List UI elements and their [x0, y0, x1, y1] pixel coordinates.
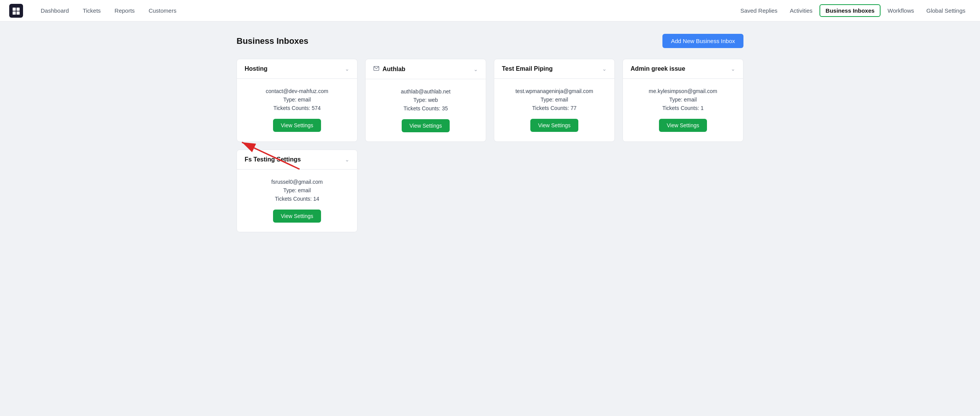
inbox-card-admin-greek-issue: Admin greek issue ⌄ me.kylesimpson@gmail…: [622, 59, 743, 142]
nav-item-activities[interactable]: Activities: [785, 4, 818, 17]
card-tickets-test-email-piping: Tickets Counts: 77: [532, 105, 576, 111]
card-header-test-email-piping: Test Email Piping ⌄: [494, 59, 614, 79]
view-settings-button-admin-greek-issue[interactable]: View Settings: [659, 119, 707, 132]
card-type-fs-testing-settings: Type: email: [283, 187, 311, 193]
svg-rect-1: [17, 7, 20, 10]
card-title-wrap-authlab: Authlab: [373, 65, 406, 73]
card-title-authlab: Authlab: [382, 66, 406, 73]
card-title-wrap-admin-greek-issue: Admin greek issue: [631, 65, 685, 72]
nav-item-workflows[interactable]: Workflows: [882, 4, 919, 17]
card-email-fs-testing-settings: fsrussel0@gmail.com: [271, 179, 323, 185]
nav-item-saved-replies[interactable]: Saved Replies: [735, 4, 783, 17]
card-tickets-admin-greek-issue: Tickets Counts: 1: [662, 105, 704, 111]
card-body-hosting: contact@dev-mahfuz.com Type: email Ticke…: [237, 79, 357, 141]
card-type-admin-greek-issue: Type: email: [669, 97, 697, 103]
card-title-wrap-test-email-piping: Test Email Piping: [502, 65, 553, 72]
add-new-business-inbox-button[interactable]: Add New Business Inbox: [662, 34, 743, 48]
inbox-icon-authlab: [373, 65, 379, 73]
card-title-test-email-piping: Test Email Piping: [502, 65, 553, 72]
card-header-hosting: Hosting ⌄: [237, 59, 357, 79]
card-body-test-email-piping: test.wpmanageninja@gmail.com Type: email…: [494, 79, 614, 141]
card-tickets-fs-testing-settings: Tickets Counts: 14: [275, 196, 319, 202]
inbox-card-hosting: Hosting ⌄ contact@dev-mahfuz.com Type: e…: [237, 59, 358, 142]
svg-rect-2: [13, 11, 16, 14]
card-header-authlab: Authlab ⌄: [366, 59, 486, 79]
nav-item-reports[interactable]: Reports: [109, 4, 140, 17]
card-title-admin-greek-issue: Admin greek issue: [631, 65, 685, 72]
card-title-fs-testing-settings: Fs Testing Settings: [245, 156, 301, 163]
nav-item-tickets[interactable]: Tickets: [77, 4, 106, 17]
view-settings-button-fs-testing-settings[interactable]: View Settings: [273, 210, 321, 223]
card-email-hosting: contact@dev-mahfuz.com: [266, 88, 328, 94]
page-header: Business Inboxes Add New Business Inbox: [237, 34, 743, 48]
inbox-card-fs-testing-settings: Fs Testing Settings ⌄ fsrussel0@gmail.co…: [237, 150, 358, 232]
card-email-admin-greek-issue: me.kylesimpson@gmail.com: [649, 88, 717, 94]
card-title-wrap-fs-testing-settings: Fs Testing Settings: [245, 156, 301, 163]
card-type-hosting: Type: email: [283, 97, 311, 103]
svg-rect-0: [13, 7, 16, 10]
page-content: Business Inboxes Add New Business Inbox …: [221, 22, 759, 245]
card-tickets-authlab: Tickets Counts: 35: [404, 105, 448, 111]
card-body-admin-greek-issue: me.kylesimpson@gmail.com Type: email Tic…: [623, 79, 743, 141]
page-title: Business Inboxes: [237, 36, 308, 46]
view-settings-button-test-email-piping[interactable]: View Settings: [530, 119, 578, 132]
inbox-grid-row2: Fs Testing Settings ⌄ fsrussel0@gmail.co…: [237, 150, 743, 232]
view-settings-button-hosting[interactable]: View Settings: [273, 119, 321, 132]
card-body-fs-testing-settings: fsrussel0@gmail.com Type: email Tickets …: [237, 170, 357, 232]
nav-item-global-settings[interactable]: Global Settings: [921, 4, 971, 17]
card-title-hosting: Hosting: [245, 65, 268, 72]
chevron-down-icon-test-email-piping[interactable]: ⌄: [602, 66, 607, 72]
card-header-fs-testing-settings: Fs Testing Settings ⌄: [237, 150, 357, 170]
chevron-down-icon-hosting[interactable]: ⌄: [345, 66, 349, 72]
chevron-down-icon-fs-testing-settings[interactable]: ⌄: [345, 156, 349, 163]
chevron-down-icon-admin-greek-issue[interactable]: ⌄: [731, 66, 735, 72]
card-header-admin-greek-issue: Admin greek issue ⌄: [623, 59, 743, 79]
nav-item-dashboard[interactable]: Dashboard: [35, 4, 74, 17]
navbar: Dashboard Tickets Reports Customers Save…: [0, 0, 980, 22]
inbox-grid-row1: Hosting ⌄ contact@dev-mahfuz.com Type: e…: [237, 59, 743, 142]
nav-left: Dashboard Tickets Reports Customers: [35, 4, 735, 17]
app-logo[interactable]: [9, 4, 23, 18]
svg-rect-3: [17, 11, 20, 14]
chevron-down-icon-authlab[interactable]: ⌄: [473, 66, 478, 72]
card-type-authlab: Type: web: [414, 97, 438, 103]
view-settings-button-authlab[interactable]: View Settings: [402, 119, 450, 132]
nav-item-business-inboxes[interactable]: Business Inboxes: [819, 4, 881, 17]
inbox-card-test-email-piping: Test Email Piping ⌄ test.wpmanageninja@g…: [494, 59, 615, 142]
card-tickets-hosting: Tickets Counts: 574: [273, 105, 321, 111]
nav-item-customers[interactable]: Customers: [143, 4, 182, 17]
card-email-authlab: authlab@authlab.net: [401, 88, 450, 95]
nav-right: Saved Replies Activities Business Inboxe…: [735, 4, 971, 17]
card-type-test-email-piping: Type: email: [541, 97, 568, 103]
card-title-wrap-hosting: Hosting: [245, 65, 268, 72]
card-body-authlab: authlab@authlab.net Type: web Tickets Co…: [366, 79, 486, 141]
inbox-card-authlab: Authlab ⌄ authlab@authlab.net Type: web …: [365, 59, 486, 142]
card-email-test-email-piping: test.wpmanageninja@gmail.com: [515, 88, 593, 94]
